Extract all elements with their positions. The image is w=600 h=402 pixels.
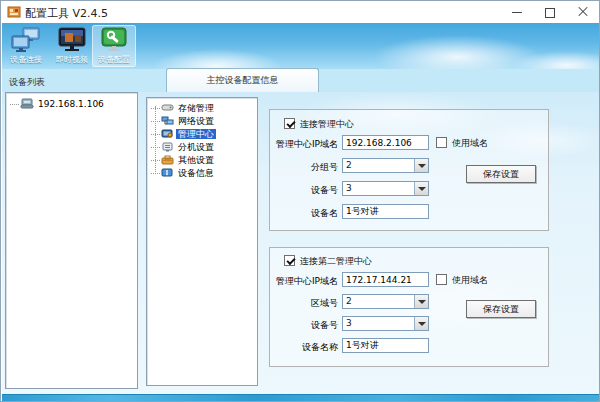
- device-list-header: 设备列表: [9, 76, 45, 89]
- dropdown-arrow-icon[interactable]: [414, 182, 428, 195]
- maximize-button[interactable]: [534, 1, 566, 23]
- extension-icon: [161, 142, 174, 152]
- device-info-icon: [161, 168, 174, 178]
- close-button[interactable]: [567, 1, 599, 23]
- center-ip-input[interactable]: [342, 135, 429, 150]
- settings-tree-panel: 存储管理 网络设置 管理中心 分机设置 其他设置 设备信息: [146, 97, 258, 386]
- toolbar-button-device-config[interactable]: 设备配置: [92, 25, 136, 67]
- tree-connector: [151, 160, 160, 161]
- checkbox-label: 使用域名: [452, 275, 488, 285]
- toolbar-button-label: 设备连接: [4, 54, 48, 65]
- tree-connector: [151, 121, 160, 122]
- toolbar-button-label: 设备配置: [92, 54, 136, 65]
- tree-item-label: 分机设置: [176, 142, 216, 152]
- tree-connector: [151, 173, 160, 174]
- device-name-label: 设备名: [272, 207, 338, 220]
- device-config-icon: [98, 27, 130, 54]
- selected-value: 2: [346, 296, 352, 306]
- device-name-input[interactable]: [342, 338, 429, 353]
- tree-item-label: 管理中心: [176, 129, 216, 139]
- other-settings-icon: [161, 155, 174, 165]
- checkbox-label: 使用域名: [452, 138, 488, 148]
- mgmt-center-icon: [161, 129, 174, 139]
- tree-connector: [151, 134, 160, 135]
- group-no-label: 分组号: [272, 161, 338, 174]
- device-node-icon: [20, 98, 34, 109]
- selected-value: 3: [346, 183, 352, 193]
- dropdown-arrow-icon[interactable]: [414, 295, 428, 308]
- dropdown-arrow-icon[interactable]: [414, 159, 428, 172]
- toolbar-button-device-connect[interactable]: 设备连接: [4, 25, 48, 67]
- device-no-select[interactable]: 3: [342, 316, 429, 331]
- ip-field-label: 管理中心IP域名: [272, 275, 338, 288]
- ip-field-label: 管理中心IP域名: [272, 138, 338, 151]
- checkbox-icon: [284, 118, 295, 129]
- device-connect-icon: [10, 27, 42, 54]
- app-window: 配置工具 V2.4.5 设备连接: [0, 0, 600, 402]
- device-tree-item-label: 192.168.1.106: [36, 99, 106, 109]
- device-name-input[interactable]: [342, 204, 429, 219]
- tree-item-mgmt-center[interactable]: 管理中心: [147, 128, 257, 141]
- dropdown-arrow-icon[interactable]: [414, 317, 428, 330]
- tab-main-config[interactable]: 主控设备配置信息: [166, 68, 319, 92]
- device-name-label: 设备名称: [272, 341, 338, 354]
- device-list-panel: 192.168.1.106: [5, 92, 138, 389]
- status-bar: [2, 394, 600, 402]
- tree-item-network[interactable]: 网络设置: [147, 115, 257, 128]
- app-icon: [7, 5, 21, 19]
- network-icon: [161, 116, 174, 126]
- save-settings-button[interactable]: 保存设置: [466, 300, 536, 318]
- device-no-select[interactable]: 3: [342, 181, 429, 196]
- use-domain-checkbox[interactable]: 使用域名: [436, 274, 488, 286]
- region-no-label: 区域号: [272, 297, 338, 310]
- save-settings-button[interactable]: 保存设置: [466, 165, 536, 183]
- device-tree-item[interactable]: 192.168.1.106: [6, 98, 137, 111]
- checkbox-icon: [436, 274, 447, 285]
- cloud-decoration: [152, 49, 282, 69]
- titlebar: 配置工具 V2.4.5: [1, 1, 599, 23]
- tree-connector: [151, 147, 160, 148]
- region-no-select[interactable]: 2: [342, 294, 429, 309]
- tree-item-extension[interactable]: 分机设置: [147, 141, 257, 154]
- main-page: 192.168.1.106 存储管理 网络设置 管理中心 分机设置: [2, 92, 600, 394]
- tree-item-label: 存储管理: [176, 103, 216, 113]
- checkbox-icon: [436, 137, 447, 148]
- tree-item-label: 其他设置: [176, 155, 216, 165]
- management-center-group: 连接管理中心 管理中心IP域名 使用域名 分组号 2 设备号 3 设备名 保存设…: [269, 109, 549, 231]
- second-management-center-group: 连接第二管理中心 管理中心IP域名 使用域名 区域号 2 设备号 3 设备名称 …: [269, 247, 549, 367]
- tree-item-other-settings[interactable]: 其他设置: [147, 154, 257, 167]
- checkbox-label: 连接管理中心: [300, 119, 354, 129]
- checkbox-icon: [284, 255, 295, 266]
- device-no-label: 设备号: [272, 319, 338, 332]
- tree-item-storage[interactable]: 存储管理: [147, 102, 257, 115]
- device-no-label: 设备号: [272, 184, 338, 197]
- cloud-decoration: [372, 35, 542, 69]
- minimize-button[interactable]: [501, 1, 533, 23]
- selected-value: 3: [346, 318, 352, 328]
- window-title: 配置工具 V2.4.5: [25, 6, 108, 21]
- connect-second-center-checkbox[interactable]: 连接第二管理中心: [284, 255, 372, 267]
- storage-icon: [161, 103, 174, 113]
- group-no-select[interactable]: 2: [342, 158, 429, 173]
- cloud-decoration: [512, 51, 600, 69]
- selected-value: 2: [346, 160, 352, 170]
- tree-connector: [151, 108, 160, 109]
- toolbar-button-live-video[interactable]: 即时视频: [50, 25, 94, 67]
- connect-center-checkbox[interactable]: 连接管理中心: [284, 118, 354, 130]
- second-center-ip-input[interactable]: [342, 272, 429, 287]
- tree-item-label: 设备信息: [176, 168, 216, 178]
- toolbar-button-label: 即时视频: [50, 54, 94, 65]
- use-domain-checkbox[interactable]: 使用域名: [436, 137, 488, 149]
- live-video-icon: [56, 27, 88, 54]
- toolbar: 设备连接 即时视频 设备配置: [2, 23, 600, 69]
- tree-item-device-info[interactable]: 设备信息: [147, 167, 257, 180]
- checkbox-label: 连接第二管理中心: [300, 256, 372, 266]
- tree-item-label: 网络设置: [176, 116, 216, 126]
- tree-connector: [10, 104, 19, 105]
